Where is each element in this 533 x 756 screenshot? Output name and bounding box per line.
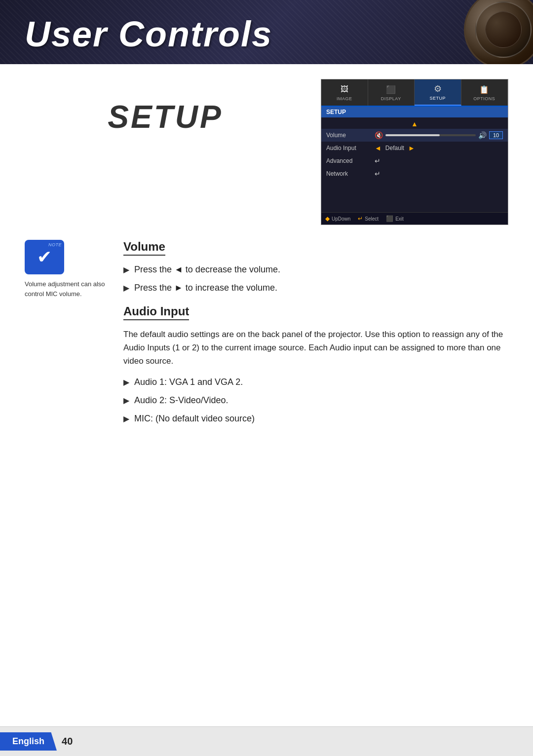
osd-footer-exit: ⬛ Exit: [386, 215, 404, 222]
advanced-label: Advanced: [326, 157, 371, 164]
note-sidebar: NOTE ✔ Volume adjustment can also contro…: [25, 240, 109, 430]
volume-icon: 🔇: [375, 131, 383, 139]
volume-bar: [385, 134, 476, 136]
select-label: Select: [365, 216, 379, 222]
scroll-up-indicator: ▲: [321, 120, 508, 128]
footer-page-number: 40: [62, 736, 73, 747]
bullet-arrow-2: ▶: [123, 282, 129, 294]
volume-heading: Volume: [123, 240, 165, 256]
audio-bullet-arrow-3: ▶: [123, 413, 129, 425]
audio-bullet-2: ▶ Audio 2: S-Video/Video.: [123, 394, 508, 407]
audio-default-value: Default: [385, 145, 404, 151]
updown-label: UpDown: [332, 216, 350, 222]
arrow-right-icon: ►: [408, 144, 415, 152]
setup-tab-label: SETUP: [429, 96, 446, 101]
display-tab-icon: ⬛: [383, 84, 399, 95]
audio-bullet-arrow-1: ▶: [123, 377, 129, 388]
main-text-area: Volume ▶ Press the ◄ to decrease the vol…: [123, 240, 508, 430]
arrow-left-icon: ◄: [375, 144, 381, 152]
osd-footer-updown: ◆ UpDown: [325, 215, 350, 222]
osd-tab-options: 📋 OPTIONS: [461, 79, 508, 106]
note-checkmark-icon: ✔: [37, 247, 52, 267]
osd-menu: 🖼 IMAGE ⬛ DISPLAY ⚙ SETUP 📋 OPTIONS: [321, 79, 508, 225]
audio-input-paragraph: The default audio settings are on the ba…: [123, 328, 508, 368]
main-content: SETUP 🖼 IMAGE ⬛ DISPLAY ⚙ SETUP: [0, 64, 533, 445]
network-enter-icon: ↵: [375, 170, 381, 178]
osd-tab-display: ⬛ DISPLAY: [368, 79, 415, 106]
audio-input-label: Audio Input: [326, 145, 371, 151]
volume-bullet-2-text: Press the ► to increase the volume.: [134, 281, 277, 295]
setup-tab-icon: ⚙: [430, 83, 446, 94]
page-title: User Controls: [25, 14, 272, 54]
exit-label: Exit: [395, 216, 404, 222]
select-key-icon: ↵: [358, 215, 363, 222]
display-tab-label: DISPLAY: [381, 96, 401, 101]
note-label-text: NOTE: [48, 242, 62, 247]
options-tab-icon: 📋: [476, 84, 492, 95]
content-body: NOTE ✔ Volume adjustment can also contro…: [25, 240, 508, 430]
osd-tab-setup: ⚙ SETUP: [415, 79, 461, 106]
audio-input-heading: Audio Input: [123, 304, 189, 320]
audio-bullet-3-text: MIC: (No default video source): [134, 412, 255, 425]
network-label: Network: [326, 170, 371, 177]
volume-high-icon: 🔊: [478, 131, 487, 139]
volume-control: 🔇 🔊 10: [375, 131, 503, 139]
osd-body: ▲ Volume 🔇 🔊 10: [321, 117, 508, 212]
bullet-arrow-1: ▶: [123, 264, 129, 276]
osd-container: 🖼 IMAGE ⬛ DISPLAY ⚙ SETUP 📋 OPTIONS: [321, 79, 508, 225]
page-header: User Controls: [0, 0, 533, 64]
volume-label: Volume: [326, 132, 371, 139]
osd-network-row: Network ↵: [321, 167, 508, 180]
volume-section: Volume ▶ Press the ◄ to decrease the vol…: [123, 240, 508, 295]
volume-bullet-1: ▶ Press the ◄ to decrease the volume.: [123, 263, 508, 276]
volume-bullet-2: ▶ Press the ► to increase the volume.: [123, 281, 508, 295]
volume-value: 10: [489, 131, 503, 139]
audio-bullet-1: ▶ Audio 1: VGA 1 and VGA 2.: [123, 376, 508, 389]
osd-tab-image: 🖼 IMAGE: [321, 79, 368, 106]
setup-section: SETUP 🖼 IMAGE ⬛ DISPLAY ⚙ SETUP: [25, 79, 508, 225]
osd-tabs: 🖼 IMAGE ⬛ DISPLAY ⚙ SETUP 📋 OPTIONS: [321, 79, 508, 107]
page-footer: English 40: [0, 726, 533, 756]
audio-bullet-2-text: Audio 2: S-Video/Video.: [134, 394, 228, 407]
audio-input-section: Audio Input The default audio settings a…: [123, 304, 508, 425]
image-tab-label: IMAGE: [337, 96, 352, 101]
volume-fill: [385, 134, 440, 136]
note-description: Volume adjustment can also control MIC v…: [25, 279, 109, 299]
osd-footer-select: ↵ Select: [358, 215, 379, 222]
osd-advanced-row: Advanced ↵: [321, 154, 508, 167]
advanced-enter-icon: ↵: [375, 157, 381, 165]
image-tab-icon: 🖼: [337, 84, 352, 95]
osd-section-header: SETUP: [321, 107, 508, 117]
note-box: NOTE ✔: [25, 240, 64, 274]
updown-key-icon: ◆: [325, 215, 330, 222]
volume-bullet-1-text: Press the ◄ to decrease the volume.: [134, 263, 280, 276]
setup-title-area: SETUP: [25, 79, 306, 135]
audio-bullet-1-text: Audio 1: VGA 1 and VGA 2.: [134, 376, 243, 389]
audio-bullet-arrow-2: ▶: [123, 395, 129, 407]
osd-audio-input-row: Audio Input ◄ Default ►: [321, 142, 508, 154]
exit-key-icon: ⬛: [386, 215, 393, 222]
setup-title: SETUP: [108, 99, 223, 135]
footer-language: English: [0, 732, 57, 751]
options-tab-label: OPTIONS: [473, 96, 495, 101]
osd-footer: ◆ UpDown ↵ Select ⬛ Exit: [321, 212, 508, 225]
audio-bullet-3: ▶ MIC: (No default video source): [123, 412, 508, 425]
osd-spacer: [321, 180, 508, 210]
osd-volume-row: Volume 🔇 🔊 10: [321, 129, 508, 142]
lens-decoration: [464, 0, 533, 64]
